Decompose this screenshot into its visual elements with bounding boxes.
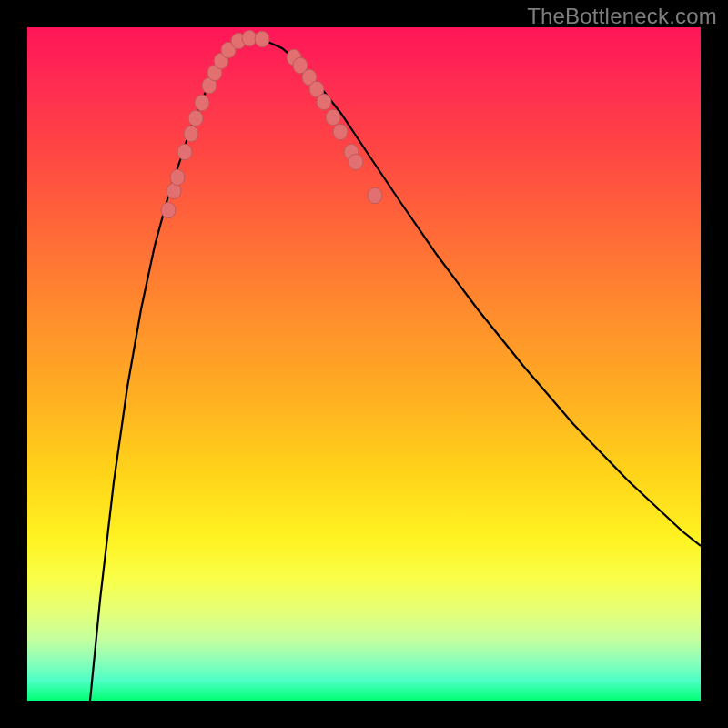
bottleneck-curve-svg <box>27 27 701 701</box>
marker-right-9 <box>368 187 382 204</box>
marker-left-6 <box>195 95 209 111</box>
marker-group-right <box>287 49 382 204</box>
chart-frame: TheBottleneck.com <box>0 0 728 728</box>
marker-left-2 <box>170 169 185 186</box>
marker-left-5 <box>188 110 203 126</box>
marker-left-13 <box>255 31 269 47</box>
marker-right-6 <box>333 124 348 140</box>
marker-right-5 <box>326 109 340 126</box>
marker-right-8 <box>349 154 363 170</box>
marker-left-3 <box>177 144 192 160</box>
marker-right-4 <box>317 94 331 110</box>
bottleneck-curve-path <box>90 38 701 701</box>
marker-left-0 <box>161 202 176 218</box>
watermark-text: TheBottleneck.com <box>527 4 717 29</box>
marker-group-left <box>161 30 269 218</box>
chart-plot-area <box>27 27 701 701</box>
marker-left-4 <box>184 126 198 142</box>
